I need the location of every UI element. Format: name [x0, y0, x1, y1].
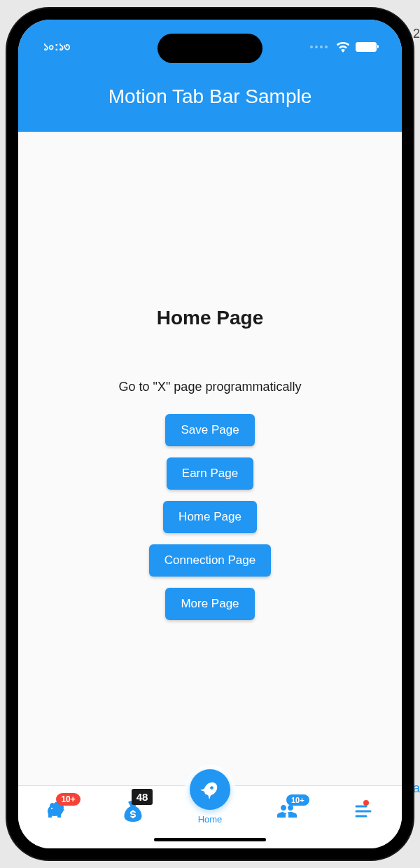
money-bag-icon: 48	[120, 799, 146, 824]
app-bar: Motion Tab Bar Sample	[18, 62, 402, 132]
tab-item-save[interactable]: 10+	[18, 786, 95, 848]
signal-dots-icon	[310, 46, 328, 48]
more-page-button[interactable]: More Page	[165, 588, 254, 620]
menu-icon	[351, 799, 376, 824]
rocket-icon	[200, 780, 220, 799]
page-subtitle: Go to "X" page programmatically	[119, 380, 302, 394]
app-bar-title: Motion Tab Bar Sample	[108, 85, 312, 108]
earn-page-button[interactable]: Earn Page	[167, 457, 253, 490]
dynamic-island	[158, 34, 262, 63]
status-right	[310, 42, 377, 53]
background-char: 2	[413, 27, 420, 41]
phone-screen: ১০:১৩ Motion Tab Bar Sample Home Page Go…	[18, 20, 402, 848]
content: Home Page Go to "X" page programmaticall…	[18, 132, 402, 785]
connection-page-button[interactable]: Connection Page	[149, 544, 271, 577]
battery-icon	[356, 42, 377, 52]
piggy-bank-icon: 10+	[44, 799, 69, 824]
background-char: a	[413, 781, 420, 796]
home-page-button[interactable]: Home Page	[163, 501, 257, 533]
badge: 48	[132, 789, 153, 805]
badge: 10+	[286, 794, 309, 806]
people-icon: 10+	[274, 799, 300, 824]
wifi-icon	[336, 42, 350, 53]
status-time: ১০:১৩	[43, 40, 70, 54]
tab-item-more[interactable]	[325, 786, 402, 848]
tab-label: Home	[198, 814, 223, 825]
page-title: Home Page	[157, 307, 264, 329]
home-indicator[interactable]	[154, 838, 266, 841]
badge-dot	[363, 800, 369, 806]
badge: 10+	[56, 793, 80, 806]
tab-center-circle	[190, 769, 230, 810]
save-page-button[interactable]: Save Page	[165, 414, 254, 446]
phone-frame: ১০:১৩ Motion Tab Bar Sample Home Page Go…	[7, 8, 413, 860]
